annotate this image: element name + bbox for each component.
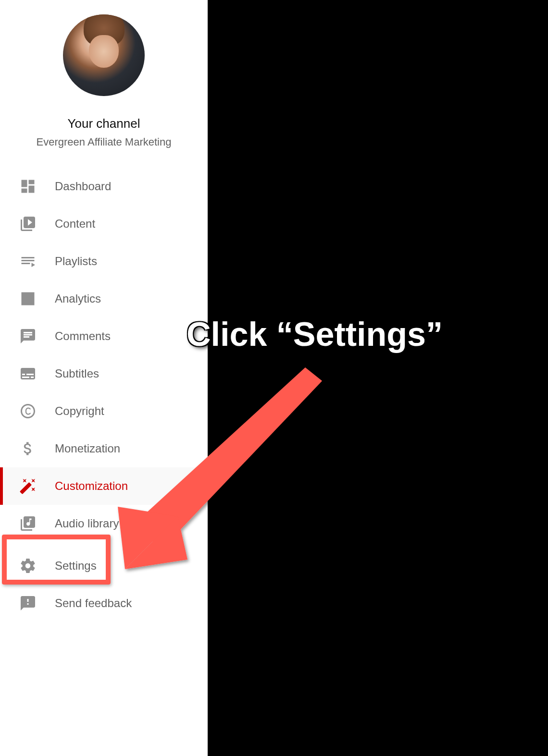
channel-title: Your channel xyxy=(68,116,140,131)
sidebar-item-settings[interactable]: Settings xyxy=(0,547,208,585)
sidebar-item-subtitles[interactable]: Subtitles xyxy=(0,355,208,392)
main-nav: Dashboard Content Playlists Analytics Co… xyxy=(0,168,208,542)
annotation-text: Click “Settings” xyxy=(187,315,443,354)
monetization-icon xyxy=(19,440,37,457)
sidebar-item-customization[interactable]: Customization xyxy=(0,467,208,505)
sidebar-item-send-feedback[interactable]: Send feedback xyxy=(0,585,208,622)
nav-label: Customization xyxy=(55,479,128,493)
nav-label: Content xyxy=(55,217,95,231)
channel-avatar[interactable] xyxy=(63,14,145,96)
channel-header: Your channel Evergreen Affiliate Marketi… xyxy=(0,0,208,168)
copyright-icon xyxy=(19,402,37,420)
analytics-icon xyxy=(19,290,37,307)
sidebar-item-comments[interactable]: Comments xyxy=(0,317,208,355)
nav-label: Copyright xyxy=(55,404,104,418)
nav-label: Comments xyxy=(55,329,111,343)
comments-icon xyxy=(19,328,37,345)
subtitles-icon xyxy=(19,365,37,382)
youtube-studio-sidebar: Your channel Evergreen Affiliate Marketi… xyxy=(0,0,208,756)
sidebar-item-audio-library[interactable]: Audio library xyxy=(0,505,208,542)
nav-label: Audio library xyxy=(55,517,119,530)
nav-label: Playlists xyxy=(55,255,97,268)
customization-icon xyxy=(19,477,37,495)
nav-label: Settings xyxy=(55,559,97,573)
channel-name: Evergreen Affiliate Marketing xyxy=(37,136,172,148)
nav-label: Subtitles xyxy=(55,367,99,380)
audio-library-icon xyxy=(19,515,37,532)
sidebar-item-copyright[interactable]: Copyright xyxy=(0,392,208,430)
dashboard-icon xyxy=(19,178,37,195)
sidebar-item-playlists[interactable]: Playlists xyxy=(0,243,208,280)
sidebar-item-dashboard[interactable]: Dashboard xyxy=(0,168,208,205)
nav-label: Monetization xyxy=(55,442,120,455)
nav-label: Send feedback xyxy=(55,597,132,610)
settings-icon xyxy=(19,557,37,574)
feedback-icon xyxy=(19,595,37,612)
bottom-nav: Settings Send feedback xyxy=(0,547,208,622)
nav-label: Analytics xyxy=(55,292,101,305)
sidebar-item-monetization[interactable]: Monetization xyxy=(0,430,208,467)
sidebar-item-analytics[interactable]: Analytics xyxy=(0,280,208,317)
sidebar-item-content[interactable]: Content xyxy=(0,205,208,243)
nav-label: Dashboard xyxy=(55,180,111,193)
playlists-icon xyxy=(19,253,37,270)
content-icon xyxy=(19,215,37,232)
